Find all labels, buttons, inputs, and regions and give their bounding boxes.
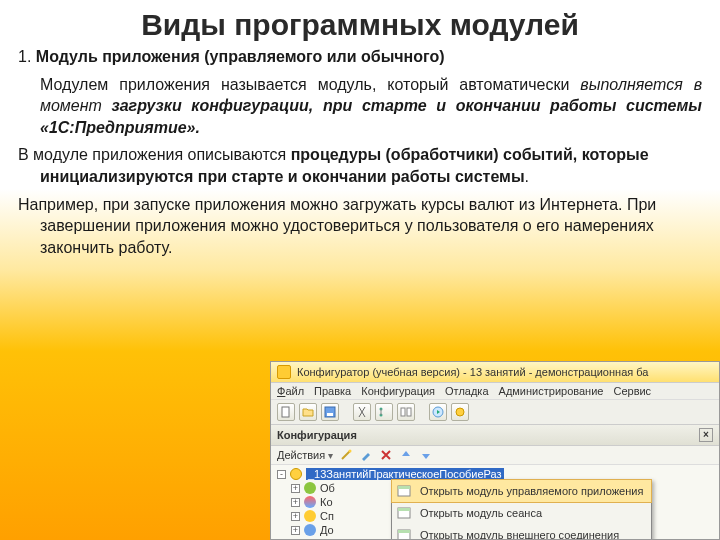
toolbar-compare-icon[interactable] <box>397 403 415 421</box>
tree-node-label: Об <box>320 482 335 494</box>
actions-bar: Действия ▾ <box>271 446 719 465</box>
toolbar-save-icon[interactable] <box>321 403 339 421</box>
svg-point-8 <box>456 408 464 416</box>
svg-rect-15 <box>398 530 410 533</box>
config-panel: Конфигурация × Действия ▾ - _13ЗанятийПр… <box>271 425 719 539</box>
node-doc-icon <box>304 524 316 536</box>
p1-bold: Модуль приложения (управляемого или обыч… <box>36 48 445 65</box>
app-icon <box>277 365 291 379</box>
config-tree: - _13ЗанятийПрактическоеПособиеРаз + Об … <box>271 465 719 539</box>
ctx-item-label: Открыть модуль управляемого приложения <box>420 485 643 497</box>
action-up-icon[interactable] <box>399 448 413 462</box>
svg-rect-2 <box>327 413 333 416</box>
toolbar-debug-icon[interactable] <box>451 403 469 421</box>
panel-close-icon[interactable]: × <box>699 428 713 442</box>
module-icon <box>396 483 412 499</box>
p2-c: загрузки конфигурации, при старте и окон… <box>40 97 702 136</box>
module-icon <box>396 527 412 539</box>
toolbar-tree-icon[interactable] <box>375 403 393 421</box>
toolbar-run-icon[interactable] <box>429 403 447 421</box>
paragraph-2: Модулем приложения называется модуль, ко… <box>18 74 702 139</box>
module-icon <box>396 505 412 521</box>
node-const-icon <box>304 496 316 508</box>
menu-config[interactable]: Конфигурация <box>361 385 435 397</box>
tree-node-label: До <box>320 524 334 536</box>
menu-edit[interactable]: Правка <box>314 385 351 397</box>
menu-admin[interactable]: Администрирование <box>499 385 604 397</box>
menu-debug[interactable]: Отладка <box>445 385 488 397</box>
slide-content: 1. Модуль приложения (управляемого или о… <box>0 46 720 258</box>
svg-point-9 <box>349 450 352 453</box>
expand-icon[interactable]: - <box>277 470 286 479</box>
p3-c: . <box>525 168 529 185</box>
svg-rect-0 <box>282 407 289 417</box>
window-title: Конфигуратор (учебная версия) - 13 занят… <box>297 366 648 378</box>
svg-rect-11 <box>398 486 410 489</box>
p3-a: В модуле приложения описываются <box>18 146 291 163</box>
toolbar <box>271 400 719 425</box>
node-ref-icon <box>304 510 316 522</box>
action-wand-icon[interactable] <box>339 448 353 462</box>
titlebar: Конфигуратор (учебная версия) - 13 занят… <box>271 362 719 383</box>
paragraph-4: Например, при запуске приложения можно з… <box>18 194 702 259</box>
toolbar-open-icon[interactable] <box>299 403 317 421</box>
panel-title: Конфигурация <box>277 429 357 441</box>
ctx-item-label: Открыть модуль сеанса <box>420 507 542 519</box>
tree-node-label: Ко <box>320 496 333 508</box>
config-root-icon <box>290 468 302 480</box>
menu-file[interactable]: Файл <box>277 385 304 397</box>
menu-service[interactable]: Сервис <box>613 385 651 397</box>
toolbar-cut-icon[interactable] <box>353 403 371 421</box>
toolbar-new-icon[interactable] <box>277 403 295 421</box>
svg-rect-5 <box>401 408 405 416</box>
expand-icon[interactable]: + <box>291 512 300 521</box>
svg-rect-6 <box>407 408 411 416</box>
panel-header: Конфигурация × <box>271 425 719 446</box>
p1-prefix: 1. <box>18 48 36 65</box>
expand-icon[interactable]: + <box>291 484 300 493</box>
paragraph-3: В модуле приложения описываются процедур… <box>18 144 702 187</box>
slide-title: Виды программных модулей <box>0 0 720 46</box>
ctx-open-external-conn-module[interactable]: Открыть модуль внешнего соединения <box>392 524 651 539</box>
ctx-open-managed-app-module[interactable]: Открыть модуль управляемого приложения <box>391 479 652 503</box>
actions-dropdown[interactable]: Действия ▾ <box>277 449 333 461</box>
context-menu: Открыть модуль управляемого приложения О… <box>391 479 652 539</box>
paragraph-1: 1. Модуль приложения (управляемого или о… <box>18 46 702 68</box>
node-general-icon <box>304 482 316 494</box>
ctx-item-label: Открыть модуль внешнего соединения <box>420 529 619 539</box>
action-down-icon[interactable] <box>419 448 433 462</box>
expand-icon[interactable]: + <box>291 498 300 507</box>
expand-icon[interactable]: + <box>291 526 300 535</box>
app-window: Конфигуратор (учебная версия) - 13 занят… <box>270 361 720 540</box>
action-edit-icon[interactable] <box>359 448 373 462</box>
tree-node-label: Сп <box>320 510 334 522</box>
action-delete-icon[interactable] <box>379 448 393 462</box>
svg-rect-13 <box>398 508 410 511</box>
menubar: Файл Правка Конфигурация Отладка Админис… <box>271 383 719 400</box>
ctx-open-session-module[interactable]: Открыть модуль сеанса <box>392 502 651 524</box>
p2-a: Модулем приложения называется модуль, ко… <box>40 76 580 93</box>
